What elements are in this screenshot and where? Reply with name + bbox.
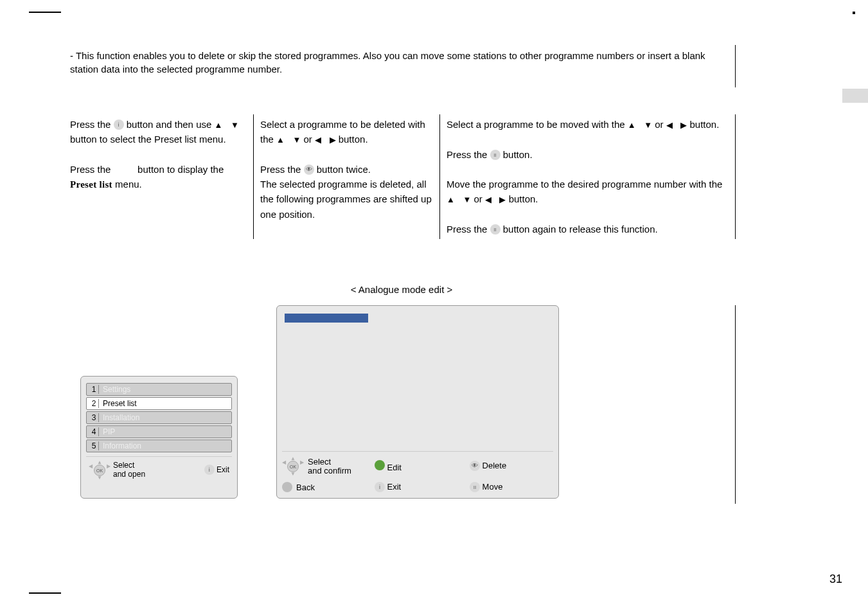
up-icon: ▲	[276, 136, 285, 144]
menu-item-number: 1	[89, 385, 99, 394]
text: button.	[509, 193, 538, 204]
menu-item-number: 4	[89, 427, 99, 436]
ok-icon: OK	[287, 461, 299, 472]
back-cell: Back	[282, 482, 351, 492]
up-icon: ▲	[628, 121, 636, 129]
text: button.	[689, 119, 719, 130]
column-1: Press the button and then use ▲ ▼ button…	[67, 114, 254, 239]
menu-item-label: Information	[103, 441, 141, 450]
text: button and then use	[127, 119, 215, 130]
col2-paragraph: Select a programme to be deleted with th…	[260, 117, 433, 222]
move-cell: Move	[470, 482, 542, 493]
menu-item-installation[interactable]: 3Installation	[86, 411, 232, 424]
crop-mark	[29, 12, 61, 13]
instruction-columns: Press the button and then use ▲ ▼ button…	[67, 114, 736, 239]
right-icon: ▶	[330, 136, 336, 144]
text: Press the	[70, 164, 114, 175]
text: Press the	[260, 164, 304, 175]
ok-icon: OK	[94, 465, 105, 476]
intro-text: This function enables you to delete or s…	[70, 50, 705, 75]
column-2: Select a programme to be deleted with th…	[254, 114, 440, 239]
intro-paragraph: This function enables you to delete or s…	[67, 45, 736, 87]
back-icon	[282, 482, 292, 492]
right-icon: ▶	[680, 121, 687, 129]
text: menu.	[115, 179, 142, 190]
exit-cell: Exit	[375, 482, 447, 493]
up-icon: ▲	[447, 195, 455, 204]
crop-mark	[853, 12, 855, 14]
menu-item-label: Preset list	[103, 399, 137, 408]
menu-item-number: 3	[89, 413, 99, 422]
text: button again to release this function.	[503, 224, 658, 235]
text: Press the	[447, 224, 490, 235]
menu-item-label: Settings	[103, 385, 130, 394]
edit-body	[282, 329, 553, 451]
info-icon	[204, 465, 215, 475]
delete-cell: Delete	[470, 461, 542, 472]
panels-row: 1Settings2Preset list3Installation4PIP5I…	[67, 305, 736, 504]
left-icon: ◀	[315, 136, 321, 144]
edit-panel: ▲◀OK▶▼ Selectand confirm Edit Delete Bac…	[276, 305, 559, 499]
text: Press the	[447, 149, 490, 160]
right-icon: ▶	[499, 195, 506, 204]
menu-item-information[interactable]: 5Information	[86, 440, 232, 452]
preset-list-label: Preset list	[70, 179, 112, 190]
eye-icon	[470, 461, 480, 471]
info-icon	[114, 120, 124, 130]
pause-icon	[470, 482, 480, 492]
column-3: Select a programme to be moved with the …	[440, 114, 735, 239]
pause-icon	[490, 150, 500, 160]
edit-footer: ▲◀OK▶▼ Selectand confirm Edit Delete Bac…	[282, 451, 553, 493]
menu-item-label: Installation	[103, 413, 139, 422]
menu-footer: ▲◀OK▶▼ Selectand open Exit	[86, 456, 232, 481]
edit-title-bar	[285, 314, 368, 323]
col3-paragraph: Select a programme to be moved with the …	[447, 117, 731, 236]
menu-item-preset-list[interactable]: 2Preset list	[86, 397, 232, 410]
ok-cluster: ▲◀OK▶▼ Selectand open	[89, 461, 145, 479]
crop-mark	[29, 592, 61, 594]
pause-icon	[490, 224, 500, 235]
info-icon	[375, 482, 385, 492]
text: Press the	[70, 119, 114, 130]
down-icon: ▼	[644, 121, 652, 129]
text: Move the programme to the desired progra…	[447, 179, 722, 190]
analogue-mode-heading: < Analogue mode edit >	[67, 284, 736, 295]
menu-item-pip[interactable]: 4PIP	[86, 425, 232, 438]
left-icon: ◀	[666, 121, 673, 129]
down-icon: ▼	[231, 121, 239, 129]
menu-item-settings[interactable]: 1Settings	[86, 383, 232, 396]
col1-paragraph: Press the button and then use ▲ ▼ button…	[70, 117, 247, 192]
edit-dot-icon	[375, 460, 385, 470]
menu-panel: 1Settings2Preset list3Installation4PIP5I…	[80, 376, 238, 499]
text: button to select the Preset list menu.	[70, 134, 226, 145]
text: The selected programme is deleted, all t…	[260, 179, 432, 220]
edit-cell: Edit	[375, 460, 447, 472]
menu-item-label: PIP	[103, 427, 115, 436]
text: button twice.	[317, 164, 371, 175]
text: button.	[339, 134, 368, 145]
up-icon: ▲	[214, 121, 222, 129]
menu-item-number: 5	[89, 441, 99, 450]
text: Select a programme to be moved with the	[447, 119, 628, 130]
text: button.	[503, 149, 533, 160]
menu-item-number: 2	[89, 399, 99, 408]
page-thumb-indicator	[842, 89, 868, 103]
down-icon: ▼	[463, 195, 471, 204]
menu-exit: Exit	[204, 465, 229, 475]
eye-icon	[304, 164, 314, 175]
page-number: 31	[829, 573, 842, 586]
text: button to display the	[137, 164, 224, 175]
down-icon: ▼	[292, 136, 301, 144]
left-icon: ◀	[485, 195, 492, 204]
select-confirm-cell: ▲◀OK▶▼ Selectand confirm	[282, 457, 351, 475]
